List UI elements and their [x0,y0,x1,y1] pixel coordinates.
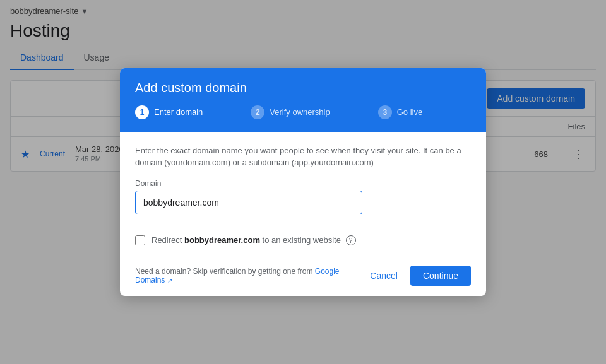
redirect-checkbox[interactable] [135,235,145,245]
step-3: 3 Go live [378,105,422,119]
footer-actions: Cancel Continue [362,266,471,286]
continue-button[interactable]: Continue [410,266,471,286]
modal-footer: Need a domain? Skip verification by gett… [120,258,486,296]
step-3-label: Go live [397,107,422,117]
step-1-label: Enter domain [154,107,203,117]
domain-input[interactable] [135,191,362,214]
cancel-button[interactable]: Cancel [362,266,405,286]
step-2: 2 Verify ownership [251,105,330,119]
footer-note: Need a domain? Skip verification by gett… [135,267,362,285]
step-line-2 [335,112,373,112]
description-text: Enter the exact domain name you want peo… [135,144,471,169]
domain-field-label: Domain [135,179,471,188]
step-line-1 [208,112,246,112]
external-link-icon: ↗ [167,278,172,285]
modal: Add custom domain 1 Enter domain 2 Verif… [120,68,486,296]
step-2-circle: 2 [251,105,264,119]
help-icon[interactable]: ? [346,235,356,245]
step-1: 1 Enter domain [135,105,203,119]
step-3-circle: 3 [378,105,392,119]
step-2-label: Verify ownership [270,107,330,117]
redirect-checkbox-row: Redirect bobbydreamer.com to an existing… [135,235,471,246]
step-1-circle: 1 [135,105,149,119]
modal-header: Add custom domain 1 Enter domain 2 Verif… [120,68,486,132]
modal-title: Add custom domain [135,81,471,95]
modal-overlay: Add custom domain 1 Enter domain 2 Verif… [0,0,606,364]
redirect-label: Redirect bobbydreamer.com to an existing… [152,235,356,246]
divider [135,225,471,225]
stepper: 1 Enter domain 2 Verify ownership 3 [135,105,471,119]
modal-body: Enter the exact domain name you want peo… [120,132,486,259]
